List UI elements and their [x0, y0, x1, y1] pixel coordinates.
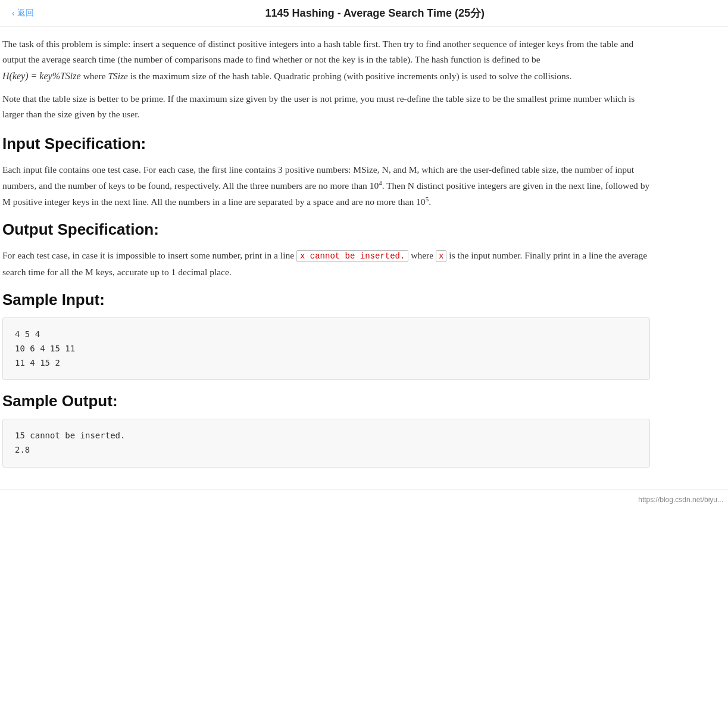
input-spec-heading: Input Specification: [2, 135, 650, 153]
sample-output-heading: Sample Output: [2, 392, 650, 410]
sample-output-code: 15 cannot be inserted. 2.8 [2, 419, 650, 468]
top-bar: ‹ 返回 1145 Hashing - Average Search Time … [0, 0, 728, 27]
footer-url: https://blog.csdn.net/biyu... [638, 496, 723, 504]
sample-input-code: 4 5 4 10 6 4 15 11 11 4 15 2 [2, 317, 650, 380]
input-spec-text: Each input file contains one test case. … [2, 161, 650, 210]
sample-input-pre: 4 5 4 10 6 4 15 11 11 4 15 2 [15, 328, 638, 370]
tsize-var: TSize [108, 71, 128, 81]
problem-desc-text: The task of this problem is simple: inse… [2, 39, 633, 64]
hash-formula: H(key) = key%TSize [2, 71, 83, 81]
formula-where: where [83, 71, 108, 81]
page-title: 1145 Hashing - Average Search Time (25分) [34, 6, 716, 20]
back-label[interactable]: 返回 [17, 8, 34, 18]
note-text: Note that the table size is better to be… [2, 91, 650, 123]
content-area: The task of this problem is simple: inse… [0, 27, 655, 489]
footer-bar: https://blog.csdn.net/biyu... [0, 489, 728, 510]
inline-code-x: x [436, 250, 446, 262]
formula-rest: is the maximum size of the hash table. Q… [130, 71, 572, 81]
back-arrow-icon: ‹ [12, 8, 15, 18]
sample-input-heading: Sample Input: [2, 291, 650, 309]
output-spec-text: For each test case, in case it is imposs… [2, 247, 650, 280]
inline-code-cannot-be-inserted: x cannot be inserted. [296, 250, 408, 262]
problem-description: The task of this problem is simple: inse… [2, 36, 650, 84]
back-button[interactable]: ‹ 返回 [12, 8, 34, 18]
output-spec-heading: Output Specification: [2, 220, 650, 239]
sample-output-pre: 15 cannot be inserted. 2.8 [15, 429, 638, 457]
